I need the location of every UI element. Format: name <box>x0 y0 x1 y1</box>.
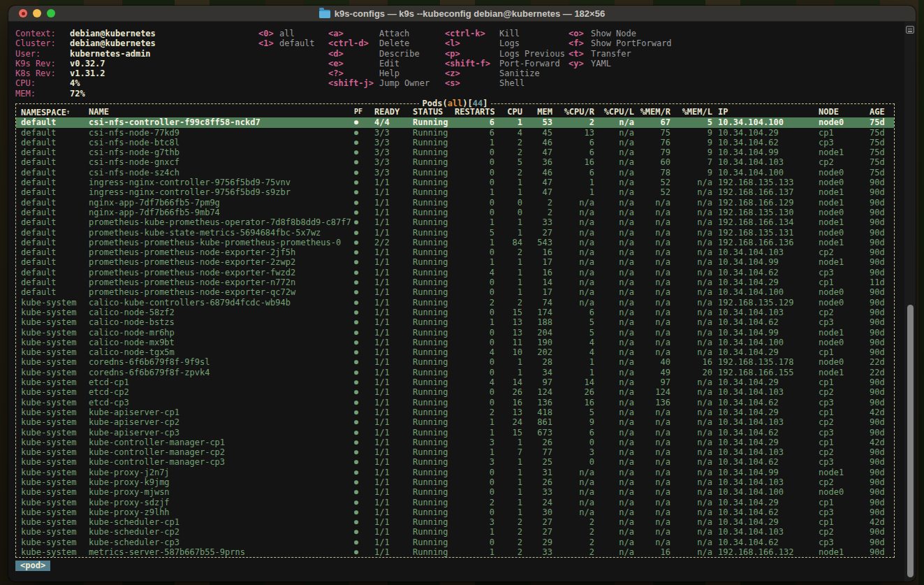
cell-status: Running <box>413 157 455 167</box>
column-header-name[interactable]: NAME <box>89 107 354 117</box>
cell-ready: 1/1 <box>374 178 413 187</box>
column-header-memr[interactable]: %MEM/R <box>634 107 670 117</box>
cell-mem: 418 <box>522 407 552 417</box>
cell-name: coredns-6f6b679f8f-9f9sl <box>89 357 354 367</box>
column-header-mem[interactable]: MEM <box>522 107 552 117</box>
table-row[interactable]: kube-systemcalico-node-58zf2●1/1Running0… <box>16 308 894 317</box>
cell-cpu: 1 <box>494 487 522 497</box>
cell-cpul: n/a <box>594 347 634 357</box>
table-row[interactable]: defaultprometheus-kube-prometheus-operat… <box>16 217 894 227</box>
cell-ip: 10.34.104.29 <box>712 128 810 138</box>
cell-status: Running <box>413 507 455 517</box>
cell-mem: 26 <box>522 477 552 487</box>
table-row[interactable]: defaultnginx-app-7df7b66fb5-9mb74●1/1Run… <box>16 208 894 217</box>
table-row[interactable]: kube-systemkube-proxy-mjwsn●1/1Running01… <box>16 487 894 497</box>
scrollbar-thumb[interactable] <box>907 305 914 577</box>
table-row[interactable]: defaultcsi-nfs-node-77kd9●3/3Running6445… <box>16 128 894 138</box>
table-row[interactable]: kube-systemcalico-node-mr6hp●1/1Running0… <box>16 328 894 338</box>
table-row[interactable]: kube-systemkube-proxy-j2n7j●1/1Running01… <box>16 468 894 477</box>
table-row[interactable]: defaultingress-nginx-controller-9756f5bd… <box>16 187 894 197</box>
table-row[interactable]: kube-systemkube-scheduler-cp3●1/1Running… <box>16 537 894 547</box>
table-row[interactable]: kube-systemkube-controller-manager-cp2●1… <box>16 447 894 457</box>
window-titlebar[interactable]: k9s-configs — k9s --kubeconfig debian@ku… <box>8 6 916 22</box>
cell-mem: 36 <box>522 157 552 167</box>
hotkey-label: Kill <box>499 29 520 38</box>
cell-mem: 27 <box>522 517 552 527</box>
cell-ip: 10.34.104.62 <box>712 507 810 517</box>
table-row[interactable]: defaultcsi-nfs-controller-f99c8ff58-nckd… <box>16 117 894 127</box>
table-row[interactable]: defaultnginx-app-7df7b66fb5-7pm9g●1/1Run… <box>16 198 894 208</box>
cell-age: 90d <box>864 498 895 507</box>
close-button[interactable] <box>19 9 27 17</box>
table-row[interactable]: kube-systemkube-scheduler-cp1●1/1Running… <box>16 517 894 527</box>
table-row[interactable]: kube-systemcoredns-6f6b679f8f-9f9sl●1/1R… <box>16 357 894 367</box>
table-row[interactable]: defaultcsi-nfs-node-gnxcf●3/3Running0536… <box>16 157 894 167</box>
cell-mem: 77 <box>522 447 552 457</box>
cell-cpul: n/a <box>594 287 634 297</box>
cell-restarts: 5 <box>455 228 494 238</box>
table-row[interactable]: defaultcsi-nfs-node-btc8l●3/3Running1246… <box>16 138 894 147</box>
cell-node: cp3 <box>810 268 864 277</box>
cell-name: ingress-nginx-controller-9756f5bd9-s9zbr <box>89 187 354 197</box>
table-row[interactable]: defaultcsi-nfs-node-g7thb●3/3Running0247… <box>16 147 894 157</box>
table-row[interactable]: kube-systemkube-controller-manager-cp3●1… <box>16 457 894 467</box>
table-row[interactable]: defaultprometheus-prometheus-node-export… <box>16 277 894 287</box>
table-row[interactable]: defaultprometheus-kube-state-metrics-569… <box>16 228 894 238</box>
table-row[interactable]: kube-systemkube-apiserver-cp3●1/1Running… <box>16 428 894 438</box>
table-row[interactable]: defaultcsi-nfs-node-sz4ch●3/3Running0246… <box>16 168 894 178</box>
table-row[interactable]: kube-systemetcd-cp1●1/1Running4149714n/a… <box>16 377 894 387</box>
title-resource: Pods( <box>423 99 448 108</box>
column-header-ready[interactable]: READY <box>374 107 413 117</box>
cluster-info-line: CPU:4% <box>15 78 156 88</box>
table-row[interactable]: kube-systemcalico-node-tgx5m●1/1Running4… <box>16 347 894 357</box>
column-header-pf[interactable]: PF <box>354 107 374 117</box>
table-row[interactable]: kube-systemcalico-node-mx9bt●1/1Running0… <box>16 338 894 347</box>
column-header-meml[interactable]: %MEM/L <box>670 107 712 117</box>
table-row[interactable]: kube-systemkube-scheduler-cp2●1/1Running… <box>16 527 894 537</box>
pod-status-dot-icon: ● <box>354 547 374 557</box>
table-row[interactable]: kube-systemcalico-node-bstzs●1/1Running1… <box>16 317 894 327</box>
table-row[interactable]: kube-systemcalico-kube-controllers-6879d… <box>16 298 894 308</box>
cell-meml: n/a <box>670 457 712 467</box>
table-row[interactable]: kube-systemetcd-cp2●1/1Running02612426n/… <box>16 387 894 397</box>
table-row[interactable]: defaultprometheus-prometheus-node-export… <box>16 257 894 267</box>
cell-name: calico-kube-controllers-6879d4fcdc-wb94b <box>89 298 354 308</box>
table-row[interactable]: kube-systemkube-proxy-z9lhh●1/1Running01… <box>16 507 894 517</box>
column-header-ns[interactable]: NAMESPACE↑ <box>21 107 89 117</box>
cell-ip: 10.34.104.103 <box>712 247 810 257</box>
table-row[interactable]: kube-systemmetrics-server-587b667b55-9pr… <box>16 547 894 557</box>
table-row[interactable]: defaultprometheus-prometheus-node-export… <box>16 268 894 277</box>
table-row[interactable]: kube-systemcoredns-6f6b679f8f-zpvk4●1/1R… <box>16 368 894 377</box>
table-row[interactable]: kube-systemetcd-cp3●1/1Running01613616n/… <box>16 398 894 407</box>
table-row[interactable]: kube-systemkube-proxy-k9jmg●1/1Running01… <box>16 477 894 487</box>
table-row[interactable]: kube-systemkube-apiserver-cp2●1/1Running… <box>16 417 894 427</box>
breadcrumb-pod[interactable]: <pod> <box>15 561 50 571</box>
cell-status: Running <box>413 247 455 257</box>
minimize-button[interactable] <box>33 9 41 17</box>
cell-cpul: n/a <box>594 328 634 338</box>
cell-ns: kube-system <box>21 317 89 327</box>
table-row[interactable]: defaultingress-nginx-controller-9756f5bd… <box>16 178 894 187</box>
zoom-button[interactable] <box>47 9 55 17</box>
cell-cpur: n/a <box>552 247 594 257</box>
pod-status-dot-icon: ● <box>354 328 374 338</box>
column-header-cpur[interactable]: %CPU/R <box>552 107 594 117</box>
column-header-cpul[interactable]: %CPU/L <box>594 107 634 117</box>
menu-hotkey: <ctrl-k>Kill <box>445 29 565 38</box>
column-header-node[interactable]: NODE <box>810 107 864 117</box>
pod-status-dot-icon: ● <box>354 398 374 407</box>
cell-cpur: n/a <box>552 477 594 487</box>
table-row[interactable]: defaultprometheus-prometheus-kube-promet… <box>16 238 894 247</box>
table-row[interactable]: kube-systemkube-controller-manager-cp1●1… <box>16 438 894 447</box>
table-row[interactable]: kube-systemkube-proxy-sdzjf●1/1Running21… <box>16 498 894 507</box>
column-header-cpu[interactable]: CPU <box>494 107 522 117</box>
cell-meml: n/a <box>670 428 712 438</box>
scrollbar-track[interactable] <box>904 22 916 582</box>
cell-restarts: 6 <box>455 117 494 127</box>
table-row[interactable]: kube-systemkube-apiserver-cp1●1/1Running… <box>16 407 894 417</box>
column-header-age[interactable]: AGE <box>864 107 895 117</box>
table-row[interactable]: defaultprometheus-prometheus-node-export… <box>16 287 894 297</box>
menu-hotkey: <?>Help <box>328 68 430 78</box>
column-header-ip[interactable]: IP <box>712 107 810 117</box>
table-row[interactable]: defaultprometheus-prometheus-node-export… <box>16 247 894 257</box>
